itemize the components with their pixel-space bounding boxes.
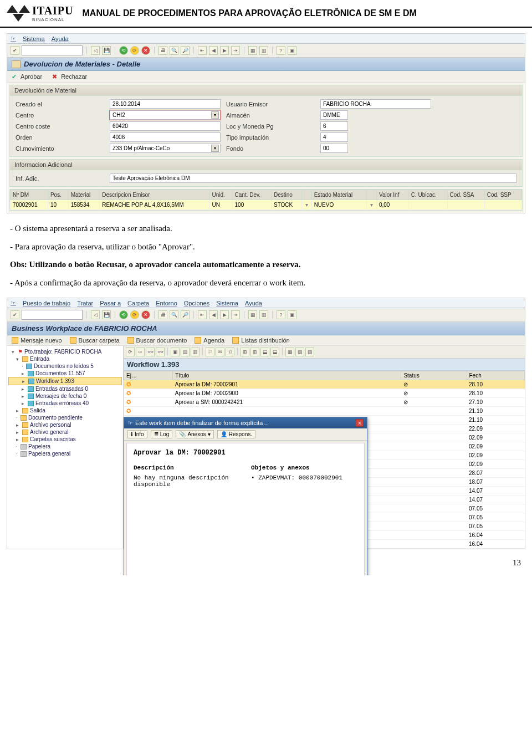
table-header[interactable]: Nº DM [11,190,48,200]
red-cancel-icon[interactable]: ✕ [141,46,150,55]
tree-item[interactable]: ·Documento pendiente [8,414,122,421]
table-row[interactable]: ✪Aprovar la DM: 70002901⊘28.10 [124,380,525,389]
new-message-button[interactable]: Mensaje nuevo [12,337,62,344]
agenda-button[interactable]: Agenda [195,337,224,344]
table-header[interactable] [367,190,377,200]
expand-icon[interactable]: ▸ [22,401,26,406]
dlg-log-button[interactable]: ≣Log [151,430,173,438]
table-cell[interactable]: STOCK [271,200,301,210]
yellow-exit-icon[interactable]: ⟳ [130,310,139,319]
wf-h-ej[interactable]: Ej… [124,371,173,380]
collapse-icon[interactable]: ▾ [12,349,16,355]
layout-icon[interactable]: ▦ [248,46,257,55]
value-tipoimp[interactable]: 4 [320,132,348,142]
table-cell[interactable]: 100 [232,200,271,210]
expand-icon[interactable]: ▸ [22,394,26,399]
command-input2[interactable] [22,310,83,320]
table-cell[interactable] [484,200,521,210]
dropdown-icon[interactable]: ▾ [301,200,311,210]
layout2-icon[interactable]: ▥ [259,310,268,319]
table-cell[interactable] [408,200,447,210]
rp-btn[interactable]: ⊞ [241,348,249,356]
rp-btn[interactable]: ▤ [181,348,190,356]
table-row[interactable]: ✪21.10 [124,407,525,416]
settings-icon[interactable]: ▣ [288,310,296,319]
print-icon[interactable]: 🖶 [158,310,167,319]
menu-ayuda2[interactable]: Ayuda [245,300,262,307]
rp-btn[interactable]: ⇨ [136,348,145,356]
table-cell[interactable] [447,200,484,210]
expand-icon[interactable]: ▸ [22,379,27,384]
find-folder-button[interactable]: Buscar carpeta [70,337,120,344]
rp-btn[interactable]: ▨ [305,348,314,356]
expand-icon[interactable]: ▸ [22,386,26,392]
menu-sistema2[interactable]: Sistema [216,300,238,307]
table-cell[interactable]: NUEVO [311,200,367,210]
rp-btn[interactable]: ⟳ [126,348,135,356]
menu-entorno[interactable]: Entorno [156,300,177,307]
rp-btn[interactable]: 👓 [146,348,155,356]
tree-item[interactable]: ▸Carpetas suscritas [8,436,122,443]
table-header[interactable]: Material [68,190,100,200]
red-cancel-icon[interactable]: ✕ [141,310,150,319]
menu-sistema[interactable]: Sistema [23,35,45,42]
expand-icon[interactable]: ▸ [16,430,21,435]
wf-h-status[interactable]: Status [401,371,467,380]
expand-icon[interactable]: ▸ [16,422,21,428]
collapse-icon[interactable]: ▾ [16,356,21,362]
value-locmon[interactable]: 6 [320,121,348,131]
value-fondo[interactable]: 00 [320,144,348,153]
prev-page-icon[interactable]: ◀ [209,46,218,55]
settings-icon[interactable]: ▣ [288,46,296,55]
table-cell[interactable]: REMACHE POP AL 4,8X16,5MM [100,200,209,210]
table-cell[interactable]: 0,00 [376,200,408,210]
rp-btn[interactable]: 👓 [156,348,165,356]
menu-ayuda[interactable]: Ayuda [52,35,69,42]
menu-opciones[interactable]: Opciones [184,300,209,307]
rp-btn[interactable]: ⬓ [260,348,269,356]
table-header[interactable]: Valor Inf [376,190,408,200]
table-cell[interactable]: UN [209,200,232,210]
prev-page-icon[interactable]: ◀ [209,310,218,319]
table-header[interactable]: C. Ubicac. [408,190,447,200]
save-icon[interactable]: 💾 [102,310,111,319]
next-page-icon[interactable]: ▶ [220,46,229,55]
reject-button[interactable]: ✖ Rechazar [52,73,87,80]
tree-item-workflow[interactable]: ▸Workflow 1.393 [8,377,122,385]
dropdown-icon[interactable]: ▾ [367,200,377,210]
save-icon[interactable]: 💾 [102,46,111,55]
table-row[interactable]: ✪Aprovar a SM: 0000242421⊘27.10 [124,398,525,407]
tree-item[interactable]: ·Papelera general [8,450,122,457]
layout-icon[interactable]: ▦ [248,310,257,319]
table-header[interactable]: Cod. SSA [447,190,484,200]
value-almacen[interactable]: DMME [320,110,348,120]
dropdown-icon[interactable]: ▾ [211,145,219,152]
rp-btn[interactable]: ▥ [191,348,200,356]
menu-carpeta[interactable]: Carpeta [127,300,149,307]
green-back-icon[interactable]: ⟲ [119,310,128,319]
rp-btn[interactable]: ⎙ [226,348,234,356]
tree-item[interactable]: ▸Archivo personal [8,421,122,428]
value-creado[interactable]: 28.10.2014 [110,99,221,109]
green-back-icon[interactable]: ⟲ [119,46,128,55]
tree-item[interactable]: ·Documentos no leídos 5 [8,362,122,370]
first-page-icon[interactable]: ⇤ [198,46,207,55]
help-icon[interactable]: ? [277,46,285,55]
print-icon[interactable]: 🖶 [158,46,167,55]
table-header[interactable]: Cant. Dev. [232,190,271,200]
close-icon[interactable]: × [356,419,364,427]
tree-item[interactable]: ▸Documentos 11.557 [8,370,122,377]
table-header[interactable]: Unid. [209,190,232,200]
rp-btn[interactable]: ▣ [171,348,180,356]
value-orden[interactable]: 4006 [110,132,221,142]
menu-puesto[interactable]: Puesto de trabajo [23,300,70,307]
tree-root[interactable]: ▾⚑Pto.trabajo: FABRICIO ROCHA [8,348,122,355]
tree-salida[interactable]: ▸Salida [8,407,122,414]
command-input[interactable] [22,45,83,55]
table-header[interactable]: Cod. SSP [484,190,521,200]
rp-btn[interactable]: ✉ [216,348,224,356]
ok-icon[interactable]: ✔ [11,310,19,319]
ok-icon[interactable]: ✔ [11,46,19,55]
dlg-info-button[interactable]: ℹInfo [127,430,147,438]
next-page-icon[interactable]: ▶ [220,310,229,319]
